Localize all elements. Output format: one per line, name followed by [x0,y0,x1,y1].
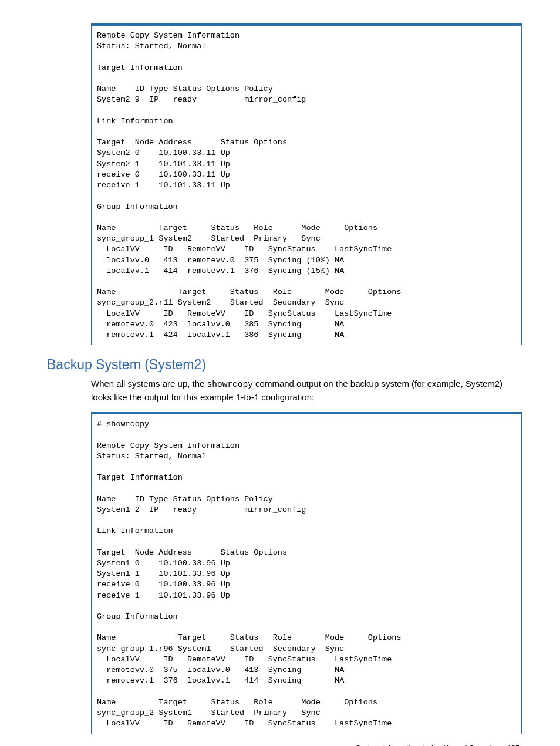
code-block-1: Remote Copy System Information Status: S… [91,23,522,345]
inline-code: showrcopy [207,380,253,389]
paragraph-text-before: When all systems are up, the [91,379,207,389]
section-heading: Backup System (System2) [47,357,522,373]
code-block-2: # showrcopy Remote Copy System Informati… [91,412,522,734]
section-paragraph: When all systems are up, the showrcopy c… [91,377,522,404]
